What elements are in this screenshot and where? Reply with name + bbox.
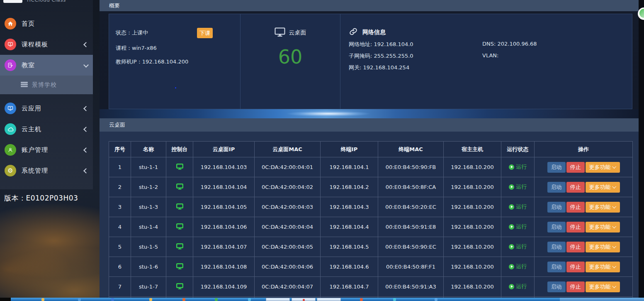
taskbar-app-icon[interactable]	[360, 298, 363, 301]
taskbar-app-icon[interactable]	[435, 298, 437, 301]
taskbar-app-icon[interactable]	[78, 298, 81, 301]
sidebar-item-course-template[interactable]: 课程模板	[0, 34, 93, 55]
cell-host: 192.168.10.200	[444, 237, 501, 257]
cell-status: 运行	[501, 237, 535, 257]
sidebar-item-cloud-host[interactable]: 云主机	[0, 119, 93, 139]
teacher-ip: 教师机IP：192.168.104.200	[116, 58, 188, 66]
more-functions-button[interactable]: 更多功能	[586, 281, 620, 292]
more-functions-button[interactable]: 更多功能	[586, 202, 620, 213]
running-status-text: 运行	[516, 243, 527, 250]
taskbar-window-button[interactable]	[292, 298, 316, 301]
more-functions-button[interactable]: 更多功能	[586, 242, 620, 252]
cloud-app-icon	[5, 103, 16, 114]
cell-terminal-mac: 00:E0:B4:50:90:FB	[378, 157, 444, 177]
column-header: 云桌面IP	[193, 142, 255, 157]
cell-index: 6	[109, 257, 131, 277]
taskbar-app-icon[interactable]	[182, 298, 185, 301]
end-class-button[interactable]: 下课	[197, 28, 213, 38]
chevron-down-icon	[612, 184, 616, 188]
desktop-table-panel: 序号名称控制台云桌面IP云桌面MAC终端IP终端MAC宿主主机运行状态操作 1s…	[100, 132, 639, 301]
chevron-down-icon	[612, 264, 616, 268]
overview-section-bar: 概要	[100, 0, 639, 11]
table-row: 6stu-1-6192.168.104.1080C:DA:42:00:04:06…	[109, 257, 633, 277]
stop-button[interactable]: 停止	[566, 162, 585, 173]
taskbar-window-button[interactable]	[266, 298, 290, 301]
cell-actions: 启动停止更多功能	[535, 197, 633, 217]
start-button[interactable]: 启动	[547, 222, 566, 232]
loading-dot	[175, 87, 176, 88]
screen: HCCloud Class 首页 课程模板 教室 景	[0, 0, 644, 301]
start-button-corner[interactable]	[0, 298, 11, 301]
table-row: 2stu-1-2192.168.104.1040C:DA:42:00:04:02…	[109, 177, 633, 197]
stop-button[interactable]: 停止	[566, 182, 585, 193]
start-button[interactable]: 启动	[547, 202, 566, 213]
cell-desktop-mac: 0C:DA:42:00:04:06	[255, 257, 321, 277]
running-status-icon	[509, 284, 514, 289]
running-status-icon	[509, 164, 514, 170]
sidebar-item-cloud-app[interactable]: 云应用	[0, 98, 93, 119]
running-status-text: 运行	[516, 263, 527, 270]
console-monitor-icon[interactable]	[176, 203, 183, 210]
console-monitor-icon[interactable]	[176, 263, 183, 269]
start-button[interactable]: 启动	[547, 281, 566, 292]
taskbar-app-icon[interactable]	[248, 298, 251, 301]
stop-button[interactable]: 停止	[566, 281, 585, 292]
start-button[interactable]: 启动	[547, 182, 566, 193]
gear-icon: ⚙	[5, 165, 16, 176]
more-functions-button[interactable]: 更多功能	[586, 182, 620, 193]
taskbar-app-icon[interactable]	[149, 298, 152, 301]
sidebar-item-home[interactable]: 首页	[0, 13, 93, 34]
desktop-count-section: 云桌面 60	[241, 14, 340, 109]
more-functions-button[interactable]: 更多功能	[586, 162, 620, 173]
start-button[interactable]: 启动	[547, 242, 566, 252]
console-monitor-icon[interactable]	[176, 184, 183, 190]
column-header: 终端IP	[321, 142, 378, 157]
windows-taskbar[interactable]	[0, 298, 644, 301]
cell-status: 运行	[501, 177, 535, 197]
cell-name: stu-1-1	[131, 157, 166, 177]
chevron-left-icon	[83, 127, 89, 132]
taskbar-app-icon[interactable]	[215, 298, 218, 301]
taskbar-window-button[interactable]	[317, 298, 341, 301]
taskbar-app-icon[interactable]	[41, 298, 44, 301]
network-address: 网络地址: 192.168.104.0	[349, 41, 413, 48]
console-monitor-icon[interactable]	[176, 223, 183, 230]
taskbar-app-icon[interactable]	[393, 298, 396, 301]
logo-icon	[3, 0, 22, 3]
taskbar-app-icon[interactable]	[111, 298, 114, 301]
sidebar-item-system[interactable]: ⚙ 系统管理	[0, 160, 93, 181]
running-status-text: 运行	[516, 223, 527, 230]
start-button[interactable]: 启动	[547, 162, 566, 173]
sidebar-subitem-school[interactable]: 景博学校	[0, 76, 93, 94]
stop-button[interactable]: 停止	[566, 222, 585, 232]
console-monitor-icon[interactable]	[176, 164, 183, 170]
column-header: 云桌面MAC	[255, 142, 321, 157]
stop-button[interactable]: 停止	[566, 262, 585, 272]
console-monitor-icon[interactable]	[176, 283, 183, 289]
more-functions-button[interactable]: 更多功能	[586, 262, 620, 272]
stop-button[interactable]: 停止	[566, 242, 585, 252]
taskbar-tray[interactable]	[560, 298, 644, 301]
table-row: 3stu-1-3192.168.104.1050C:DA:42:00:04:03…	[109, 197, 633, 217]
main-content: 概要 状态：上课中 下课 课程：win7-x86 教师机IP：192.168.1…	[100, 0, 639, 301]
cloud-host-icon	[5, 123, 16, 135]
cell-terminal-ip: 192.168.104.1	[321, 157, 378, 177]
chevron-down-icon	[612, 224, 616, 228]
chevron-down-icon	[83, 62, 89, 68]
cell-status: 运行	[501, 217, 535, 237]
cell-desktop-mac: 0C:DA:42:00:04:04	[255, 217, 321, 237]
cell-terminal-ip: 192.168.104.2	[321, 177, 378, 197]
version-label: 版本：E0102P03H03	[4, 193, 78, 203]
desktop-section-bar: 云桌面	[100, 118, 639, 132]
sidebar-item-account[interactable]: 账户管理	[0, 139, 93, 160]
more-functions-button[interactable]: 更多功能	[586, 222, 620, 232]
column-header: 序号	[109, 142, 131, 157]
sidebar-item-classroom[interactable]: 教室	[0, 55, 93, 76]
cell-actions: 启动停止更多功能	[535, 177, 633, 197]
start-button[interactable]: 启动	[547, 262, 566, 272]
cell-terminal-mac: 00:E0:B4:50:90:EC	[378, 237, 444, 257]
column-header: 名称	[131, 142, 166, 157]
stop-button[interactable]: 停止	[566, 202, 585, 213]
console-monitor-icon[interactable]	[176, 243, 183, 250]
cell-index: 1	[109, 157, 131, 177]
